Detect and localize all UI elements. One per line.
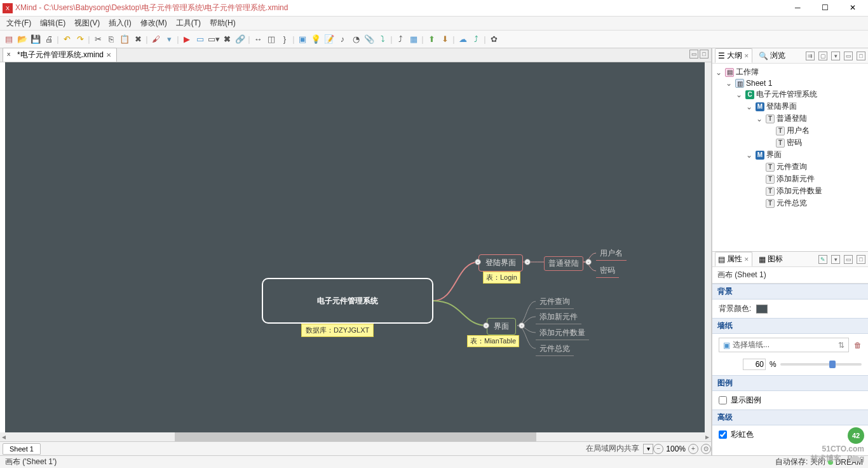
zoom-out-button[interactable]: − [653, 444, 663, 454]
node-ui-leaf1[interactable]: 元件查询 [536, 295, 574, 309]
filter-icon[interactable]: ▾ [643, 444, 653, 454]
collapse-toggle[interactable]: - [475, 259, 481, 265]
vertical-scrollbar[interactable] [705, 62, 711, 432]
topic-icon[interactable]: ▭ [194, 33, 207, 46]
expand-icon[interactable]: ▢ [818, 52, 827, 60]
share-icon[interactable]: ☁ [456, 33, 469, 46]
editor-tab[interactable]: X *电子元件管理系统.xmind ✕ [3, 48, 117, 62]
autosave-status[interactable]: 自动保存: 关闭 [775, 457, 825, 467]
node-ui[interactable]: 界面 [487, 318, 516, 335]
stepper-icon[interactable]: ⇅ [838, 341, 844, 350]
opacity-slider[interactable] [780, 363, 862, 366]
section-legend[interactable]: 图例 [712, 375, 868, 391]
drillup-icon[interactable]: ⬆ [425, 33, 438, 46]
brush-icon[interactable]: 🖌 [149, 33, 162, 46]
node-ui-leaf2[interactable]: 添加新元件 [536, 310, 581, 324]
menu-edit[interactable]: 编辑(E) [36, 17, 69, 30]
collapse-toggle[interactable]: - [585, 259, 592, 265]
flag-icon[interactable]: ▶ [180, 33, 193, 46]
status-theme[interactable]: DREAM [836, 458, 863, 467]
markers-tab[interactable]: ▦ 图标 [756, 252, 785, 266]
root-note[interactable]: 数据库：DZYJGLXT [301, 324, 374, 337]
open-icon[interactable]: 📂 [16, 33, 29, 46]
properties-tab[interactable]: ▤ 属性 ✕ [715, 252, 752, 266]
upload-icon[interactable]: ⤴ [470, 33, 482, 46]
node-ui-note[interactable]: 表：MianTable [467, 335, 519, 347]
collapse-toggle[interactable]: - [524, 259, 531, 265]
cut-icon[interactable]: ✂ [92, 33, 104, 46]
copy-icon[interactable]: ⎘ [105, 33, 118, 46]
rainbow-checkbox[interactable] [719, 430, 727, 439]
export-icon[interactable]: ⤴ [394, 33, 407, 46]
horizontal-scrollbar[interactable]: ◂ ▸ [0, 432, 711, 441]
delete-icon[interactable]: ✖ [132, 33, 144, 46]
menu-tools[interactable]: 工具(T) [172, 17, 205, 30]
note-icon[interactable]: 📝 [323, 33, 336, 46]
collapse-toggle[interactable]: - [519, 322, 525, 329]
wallpaper-picker[interactable]: ▣ 选择墙纸... ⇅ [719, 338, 849, 352]
map-icon[interactable]: ▦ [407, 33, 420, 46]
section-background[interactable]: 背景 [712, 284, 868, 299]
collapse-toggle[interactable]: - [483, 322, 489, 329]
browse-tab[interactable]: 🔍 浏览 [756, 49, 788, 62]
menu-insert[interactable]: 插入(I) [105, 17, 135, 30]
root-node[interactable]: 电子元件管理系统 [262, 278, 433, 324]
drilldown2-icon[interactable]: ⬇ [438, 33, 451, 46]
section-advanced[interactable]: 高级 [712, 410, 868, 425]
section-wallpaper[interactable]: 墙纸 [712, 318, 868, 334]
outline-tree[interactable]: ⌄▤工作簿 ⌄▥Sheet 1 ⌄C电子元件管理系统 ⌄M登陆界面 ⌄T普通登陆… [712, 64, 868, 251]
image-icon[interactable]: ▣ [296, 33, 309, 46]
redo-icon[interactable]: ↷ [74, 33, 86, 46]
style-icon[interactable]: ▾ [163, 33, 175, 46]
idea-icon[interactable]: 💡 [309, 33, 322, 46]
print-icon[interactable]: 🖨 [43, 33, 55, 46]
bold-icon[interactable]: ✖ [220, 33, 233, 46]
new-icon[interactable]: ▤ [3, 33, 15, 46]
editor-maximize-icon[interactable]: □ [700, 50, 709, 59]
opacity-input[interactable] [743, 359, 766, 370]
panel-max-icon[interactable]: □ [857, 255, 865, 264]
close-button[interactable]: ✕ [840, 1, 865, 16]
settings-icon[interactable]: ✿ [487, 33, 500, 46]
relationship-icon[interactable]: ↔ [252, 33, 264, 46]
attach-icon[interactable]: 📎 [363, 33, 376, 46]
bg-color-swatch[interactable] [756, 305, 768, 313]
mindmap-canvas[interactable]: 电子元件管理系统 数据库：DZYJGLXT 登陆界面 - - 表：Login 普… [5, 62, 705, 432]
menu-modify[interactable]: 修改(M) [137, 17, 171, 30]
panel-menu-icon[interactable]: ▾ [831, 52, 840, 60]
tab-close-icon[interactable]: ✕ [106, 52, 111, 59]
zoom-in-button[interactable]: + [688, 444, 698, 454]
zoom-fit-button[interactable]: ⊙ [701, 444, 711, 454]
marker-icon[interactable]: ◔ [349, 33, 362, 46]
undo-icon[interactable]: ↶ [60, 33, 73, 46]
node-login[interactable]: 登陆界面 [478, 254, 523, 272]
reset-icon[interactable]: ✎ [818, 255, 827, 264]
editor-minimize-icon[interactable]: ▭ [689, 50, 698, 59]
node-login-note[interactable]: 表：Login [483, 272, 520, 284]
panel-max-icon[interactable]: □ [857, 52, 865, 60]
panel-menu-icon[interactable]: ▾ [831, 255, 840, 264]
node-ui-leaf3[interactable]: 添加元件数量 [536, 326, 589, 340]
boundary-icon[interactable]: ◫ [265, 33, 278, 46]
menu-help[interactable]: 帮助(H) [206, 17, 240, 30]
maximize-button[interactable]: ☐ [813, 1, 838, 16]
outline-tab[interactable]: ☰ 大纲 ✕ [715, 48, 752, 63]
share-button[interactable]: 在局域网内共享 [582, 443, 643, 454]
minimize-button[interactable]: ─ [785, 1, 810, 16]
link-icon[interactable]: 🔗 [234, 33, 247, 46]
show-legend-checkbox[interactable] [719, 396, 727, 404]
panel-min-icon[interactable]: ▭ [844, 255, 853, 264]
audio-icon[interactable]: ♪ [336, 33, 349, 46]
subtopic-icon[interactable]: ▭▾ [207, 33, 220, 46]
sheet-tab[interactable]: Sheet 1 [3, 443, 41, 455]
node-username[interactable]: 用户名 [596, 247, 627, 261]
trash-icon[interactable]: 🗑 [854, 341, 862, 350]
summary-icon[interactable]: } [278, 33, 291, 46]
paste-icon[interactable]: 📋 [118, 33, 131, 46]
link-icon[interactable]: ⇉ [806, 52, 815, 60]
node-password[interactable]: 密码 [596, 264, 619, 278]
panel-min-icon[interactable]: ▭ [844, 52, 853, 60]
menu-view[interactable]: 视图(V) [71, 17, 104, 30]
node-login-sub[interactable]: 普通登陆 [544, 256, 583, 271]
menu-file[interactable]: 文件(F) [3, 17, 35, 30]
